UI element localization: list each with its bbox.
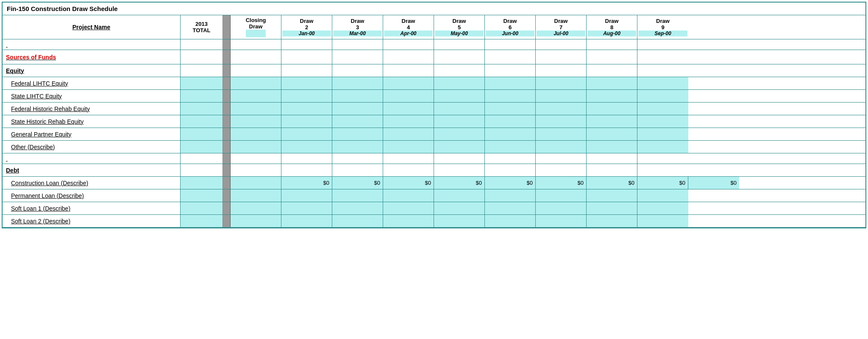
draw-8-header: Draw 8 Aug-00 bbox=[587, 15, 637, 39]
debt-header-row: Debt bbox=[3, 164, 865, 177]
permanent-loan-row: Permanent Loan (Describe) bbox=[3, 189, 865, 202]
federal-historic-row: Federal Historic Rehab Equity bbox=[3, 103, 865, 115]
state-historic-row: State Historic Rehab Equity bbox=[3, 115, 865, 128]
soft-loan-2-row: Soft Loan 2 (Describe) bbox=[3, 215, 865, 228]
divider bbox=[223, 15, 231, 39]
title-text: Fin-150 Construction Draw Schedule bbox=[7, 5, 118, 12]
general-partner-row: General Partner Equity bbox=[3, 128, 865, 141]
draw-5-header: Draw 5 May-00 bbox=[434, 15, 485, 39]
empty-row-2 bbox=[3, 153, 865, 164]
sources-of-funds-row: Sources of Funds bbox=[3, 50, 865, 64]
draw-9-header: Draw 9 Sep-00 bbox=[637, 15, 688, 39]
federal-lihtc-row: Federal LIHTC Equity bbox=[3, 77, 865, 90]
draw-6-header: Draw 6 Jun-00 bbox=[485, 15, 536, 39]
equity-header-row: Equity bbox=[3, 64, 865, 77]
draw-3-header: Draw 3 Mar-00 bbox=[332, 15, 383, 39]
draw-7-header: Draw 7 Jul-00 bbox=[536, 15, 587, 39]
closing-label-1: Closing bbox=[246, 17, 266, 23]
empty-row-1 bbox=[3, 39, 865, 50]
construction-loan-row: Construction Loan (Describe) $0 $0 $0 $0… bbox=[3, 177, 865, 189]
spreadsheet-container: Fin-150 Construction Draw Schedule Proje… bbox=[2, 2, 866, 228]
closing-label-2: Draw bbox=[249, 23, 263, 30]
draw-4-header: Draw 4 Apr-00 bbox=[383, 15, 434, 39]
header-row: Project Name 2013 TOTAL Closing Draw Dra… bbox=[3, 15, 865, 39]
soft-loan-1-row: Soft Loan 1 (Describe) bbox=[3, 202, 865, 215]
other-describe-equity-row: Other (Describe) bbox=[3, 141, 865, 153]
project-name-header: Project Name bbox=[3, 15, 181, 39]
closing-draw-header: Closing Draw bbox=[231, 15, 281, 39]
spreadsheet: Project Name 2013 TOTAL Closing Draw Dra… bbox=[3, 15, 865, 228]
state-lihtc-row: State LIHTC Equity bbox=[3, 90, 865, 103]
draw-2-header: Draw 2 Jan-00 bbox=[281, 15, 332, 39]
total-header: 2013 TOTAL bbox=[181, 15, 223, 39]
title-bar: Fin-150 Construction Draw Schedule bbox=[3, 3, 865, 15]
